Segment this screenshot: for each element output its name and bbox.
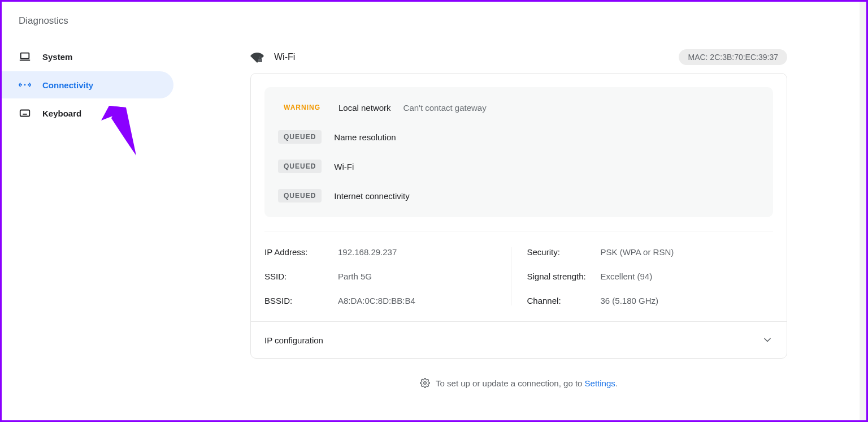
ip-configuration-expander[interactable]: IP configuration xyxy=(251,321,787,358)
bssid-value: A8:DA:0C:8D:BB:B4 xyxy=(338,296,511,305)
channel-value: 36 (5.180 GHz) xyxy=(601,296,774,305)
detail-key: Channel: xyxy=(527,296,601,305)
security-value: PSK (WPA or RSN) xyxy=(601,247,774,257)
detail-key: Signal strength: xyxy=(527,272,601,281)
svg-point-11 xyxy=(424,382,427,385)
ip-address-value: 192.168.29.237 xyxy=(338,247,511,257)
test-row-local-network: WARNING Local network Can't contact gate… xyxy=(278,93,760,122)
test-name: Wi-Fi xyxy=(334,162,354,171)
test-name: Local network xyxy=(338,103,391,113)
gear-icon xyxy=(420,378,430,388)
test-detail: Can't contact gateway xyxy=(403,103,487,113)
sidebar-item-label: Connectivity xyxy=(42,80,93,90)
network-details: IP Address: 192.168.29.237 SSID: Parth 5… xyxy=(251,231,787,321)
detail-key: SSID: xyxy=(264,272,338,281)
status-badge-queued: QUEUED xyxy=(278,189,322,203)
detail-key: BSSID: xyxy=(264,296,338,305)
detail-key: IP Address: xyxy=(264,247,338,257)
test-row-internet: QUEUED Internet connectivity xyxy=(278,181,760,210)
sidebar-item-label: System xyxy=(42,52,72,62)
scrollbar[interactable] xyxy=(860,2,866,420)
detail-key: Security: xyxy=(527,247,601,257)
sidebar: Diagnostics System xyxy=(2,2,177,420)
svg-point-4 xyxy=(28,84,29,86)
footer-hint: To set up or update a connection, go to … xyxy=(250,359,787,388)
test-row-name-resolution: QUEUED Name resolution xyxy=(278,122,760,152)
app-title: Diagnostics xyxy=(2,15,177,42)
network-details-left: IP Address: 192.168.29.237 SSID: Parth 5… xyxy=(264,247,511,305)
laptop-icon xyxy=(19,50,31,63)
sidebar-item-connectivity[interactable]: Connectivity xyxy=(2,71,173,98)
status-badge-queued: QUEUED xyxy=(278,130,322,144)
page-header: Wi-Fi MAC: 2C:3B:70:EC:39:37 xyxy=(250,15,787,73)
keyboard-icon xyxy=(19,107,31,119)
main-content: Wi-Fi MAC: 2C:3B:70:EC:39:37 WARNING Loc… xyxy=(177,2,866,420)
footer-hint-text: To set up or update a connection, go to … xyxy=(436,378,618,388)
sidebar-nav: System Connectivity xyxy=(2,42,177,127)
transfer-icon xyxy=(19,79,31,91)
svg-rect-5 xyxy=(20,110,30,117)
ssid-value: Parth 5G xyxy=(338,272,511,281)
svg-point-2 xyxy=(24,84,26,86)
sidebar-item-label: Keyboard xyxy=(42,109,81,118)
status-badge-warning: WARNING xyxy=(278,101,326,114)
chevron-down-icon xyxy=(762,334,773,346)
sidebar-item-system[interactable]: System xyxy=(2,43,173,70)
signal-strength-value: Excellent (94) xyxy=(601,272,774,281)
wifi-secure-icon xyxy=(250,50,264,64)
svg-rect-0 xyxy=(21,53,29,59)
network-details-right: Security: PSK (WPA or RSN) Signal streng… xyxy=(511,247,774,305)
svg-point-3 xyxy=(20,84,22,86)
tests-panel: WARNING Local network Can't contact gate… xyxy=(264,87,773,217)
status-badge-queued: QUEUED xyxy=(278,160,322,173)
page-title: Wi-Fi xyxy=(274,52,295,62)
ip-configuration-label: IP configuration xyxy=(264,335,323,345)
connectivity-card: WARNING Local network Can't contact gate… xyxy=(250,73,787,359)
test-name: Name resolution xyxy=(334,132,396,142)
sidebar-item-keyboard[interactable]: Keyboard xyxy=(2,100,173,127)
svg-rect-10 xyxy=(258,59,262,62)
test-row-wifi: QUEUED Wi-Fi xyxy=(278,152,760,181)
settings-link[interactable]: Settings xyxy=(585,378,615,388)
mac-address-chip: MAC: 2C:3B:70:EC:39:37 xyxy=(679,49,787,65)
test-name: Internet connectivity xyxy=(334,191,409,201)
